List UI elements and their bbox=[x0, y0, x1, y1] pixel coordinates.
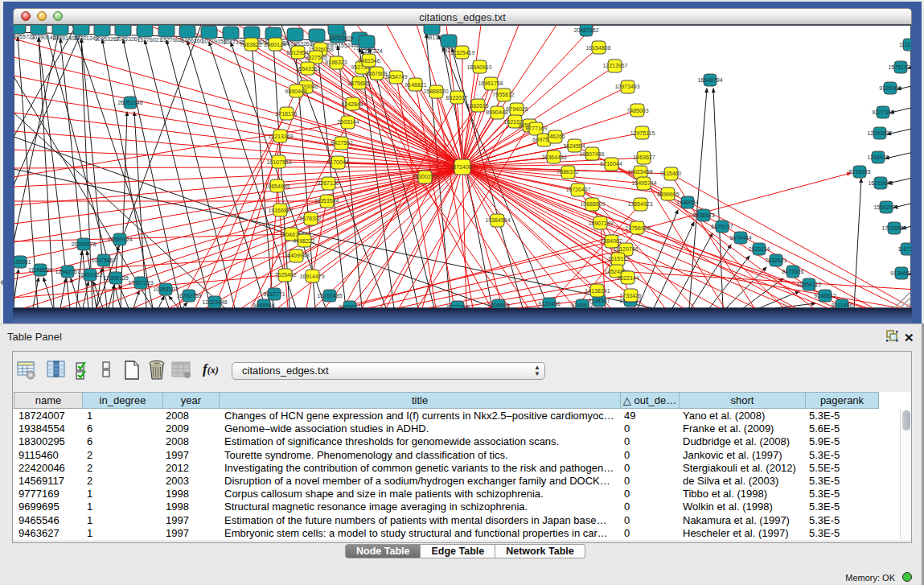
svg-text:12093872: 12093872 bbox=[867, 130, 892, 136]
svg-text:9135061: 9135061 bbox=[14, 259, 31, 265]
svg-text:19654985: 19654985 bbox=[265, 183, 290, 189]
svg-text:7357224: 7357224 bbox=[360, 48, 382, 54]
svg-text:16782759: 16782759 bbox=[176, 293, 201, 299]
svg-text:13654923: 13654923 bbox=[627, 201, 652, 207]
svg-text:7625402: 7625402 bbox=[274, 272, 296, 278]
svg-text:746266: 746266 bbox=[546, 134, 565, 139]
svg-text:3624554: 3624554 bbox=[563, 143, 585, 149]
svg-text:6899695: 6899695 bbox=[657, 192, 679, 197]
svg-text:116753: 116753 bbox=[898, 246, 911, 252]
svg-text:4498222: 4498222 bbox=[293, 238, 314, 244]
svg-text:1527602: 1527602 bbox=[160, 37, 182, 43]
svg-text:7955812: 7955812 bbox=[492, 92, 514, 97]
svg-text:16210643: 16210643 bbox=[868, 180, 893, 186]
svg-text:9777169: 9777169 bbox=[525, 126, 547, 131]
svg-text:7663822: 7663822 bbox=[240, 42, 261, 47]
svg-text:12905135: 12905135 bbox=[103, 275, 128, 281]
svg-text:15716485: 15716485 bbox=[317, 293, 342, 299]
svg-text:7515524: 7515524 bbox=[331, 43, 353, 48]
svg-text:20206578: 20206578 bbox=[71, 241, 96, 247]
svg-text:9327505: 9327505 bbox=[305, 55, 326, 60]
svg-text:17957223: 17957223 bbox=[128, 280, 153, 286]
svg-text:9115460: 9115460 bbox=[660, 171, 682, 176]
svg-text:15300275: 15300275 bbox=[412, 174, 437, 179]
svg-text:19166827: 19166827 bbox=[268, 208, 293, 213]
svg-text:12213369: 12213369 bbox=[268, 134, 293, 139]
svg-text:16961758: 16961758 bbox=[478, 80, 503, 86]
svg-text:8938923: 8938923 bbox=[692, 212, 714, 218]
svg-text:12213967: 12213967 bbox=[602, 63, 627, 68]
svg-text:15495744: 15495744 bbox=[631, 180, 656, 186]
svg-text:10973493: 10973493 bbox=[614, 84, 639, 89]
svg-text:9227343: 9227343 bbox=[872, 109, 893, 115]
svg-text:6466160: 6466160 bbox=[181, 38, 203, 43]
svg-text:9245612: 9245612 bbox=[814, 293, 836, 299]
svg-text:2867608: 2867608 bbox=[365, 71, 387, 76]
svg-text:2522144: 2522144 bbox=[617, 275, 639, 281]
svg-text:10025458: 10025458 bbox=[627, 169, 652, 175]
svg-text:8215955: 8215955 bbox=[848, 169, 870, 175]
svg-text:18640910: 18640910 bbox=[466, 64, 491, 70]
svg-text:19384554: 19384554 bbox=[485, 217, 510, 223]
svg-text:15692971: 15692971 bbox=[873, 204, 898, 210]
svg-text:5678332: 5678332 bbox=[299, 216, 321, 221]
svg-text:18724007: 18724007 bbox=[450, 164, 474, 170]
svg-text:9242848: 9242848 bbox=[341, 101, 363, 107]
svg-text:3875685: 3875685 bbox=[347, 80, 369, 86]
svg-text:16154808: 16154808 bbox=[585, 45, 610, 51]
svg-text:19756928: 19756928 bbox=[625, 225, 650, 231]
svg-text:26053346: 26053346 bbox=[117, 100, 142, 105]
svg-text:10975867: 10975867 bbox=[91, 257, 116, 263]
svg-text:17359924: 17359924 bbox=[107, 237, 132, 242]
svg-text:14138141: 14138141 bbox=[585, 288, 610, 294]
svg-text:11353594: 11353594 bbox=[314, 198, 339, 204]
svg-text:10958107: 10958107 bbox=[153, 286, 178, 292]
svg-text:9134667: 9134667 bbox=[890, 270, 911, 276]
svg-text:20487652: 20487652 bbox=[573, 27, 598, 33]
svg-text:7485003: 7485003 bbox=[626, 108, 648, 113]
svg-text:10807486: 10807486 bbox=[579, 151, 604, 157]
svg-text:9134567: 9134567 bbox=[588, 298, 610, 303]
svg-text:7886372: 7886372 bbox=[556, 169, 578, 175]
svg-text:12942757: 12942757 bbox=[55, 269, 80, 274]
svg-text:17016504: 17016504 bbox=[881, 225, 906, 231]
svg-text:1733426: 1733426 bbox=[619, 293, 641, 299]
svg-text:9245612: 9245612 bbox=[571, 303, 593, 308]
svg-text:6879197: 6879197 bbox=[711, 224, 733, 229]
svg-text:9123456: 9123456 bbox=[538, 301, 560, 307]
svg-text:3267130: 3267130 bbox=[317, 180, 339, 186]
svg-text:16543362: 16543362 bbox=[295, 66, 320, 72]
svg-text:18907249: 18907249 bbox=[588, 220, 613, 226]
svg-text:1440954: 1440954 bbox=[676, 200, 698, 205]
svg-text:8186323: 8186323 bbox=[325, 60, 347, 65]
svg-text:16033809: 16033809 bbox=[328, 35, 353, 41]
svg-text:12975115: 12975115 bbox=[630, 130, 655, 136]
svg-text:9699695: 9699695 bbox=[487, 303, 509, 308]
svg-text:9146821: 9146821 bbox=[405, 82, 426, 88]
svg-text:15751074: 15751074 bbox=[888, 64, 911, 70]
svg-text:1463627: 1463627 bbox=[633, 154, 655, 160]
svg-text:10688609: 10688609 bbox=[580, 201, 605, 207]
svg-text:9461546: 9461546 bbox=[358, 58, 380, 64]
svg-text:15276021: 15276021 bbox=[137, 37, 162, 43]
svg-text:9890448: 9890448 bbox=[285, 89, 306, 94]
svg-text:9170044: 9170044 bbox=[326, 159, 348, 165]
svg-text:8322037: 8322037 bbox=[446, 95, 467, 101]
svg-text:6794028: 6794028 bbox=[506, 106, 528, 112]
svg-text:7884067: 7884067 bbox=[600, 238, 622, 244]
svg-text:7632621: 7632621 bbox=[765, 257, 786, 263]
svg-text:1362615: 1362615 bbox=[466, 103, 488, 109]
svg-text:8454749: 8454749 bbox=[385, 74, 407, 80]
svg-text:9329966: 9329966 bbox=[879, 85, 901, 91]
svg-text:9311456: 9311456 bbox=[832, 303, 853, 308]
svg-text:9657771: 9657771 bbox=[263, 291, 285, 297]
svg-text:1112345: 1112345 bbox=[899, 42, 911, 47]
svg-text:16914479: 16914479 bbox=[299, 274, 324, 279]
svg-text:1615112: 1615112 bbox=[608, 256, 630, 262]
svg-text:9465546: 9465546 bbox=[253, 303, 274, 308]
svg-text:8660124: 8660124 bbox=[264, 42, 285, 47]
svg-text:1244415: 1244415 bbox=[867, 154, 889, 160]
svg-text:16120746: 16120746 bbox=[613, 246, 638, 252]
svg-text:15888520: 15888520 bbox=[423, 89, 448, 94]
svg-text:16648794: 16648794 bbox=[697, 77, 722, 83]
